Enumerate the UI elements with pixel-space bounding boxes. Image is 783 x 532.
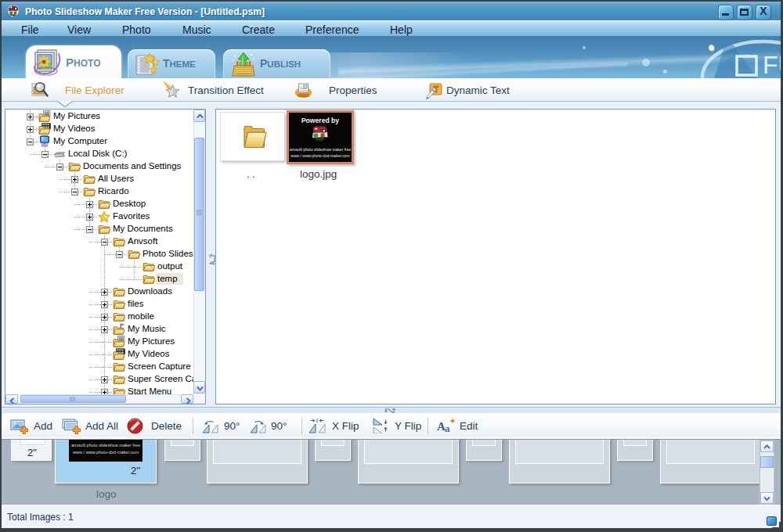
svg-text:anvsoft photo slideshow maker: anvsoft photo slideshow maker free bbox=[290, 147, 352, 152]
svg-text:a: a bbox=[445, 422, 450, 434]
svg-text:anvsoft photo slideshow maker: anvsoft photo slideshow maker free bbox=[71, 443, 140, 448]
svg-text:FU: FU bbox=[763, 51, 781, 78]
svg-text:www / www.photo-dvd-maker.com: www / www.photo-dvd-maker.com bbox=[290, 153, 349, 158]
svg-text:Powered by: Powered by bbox=[301, 117, 339, 124]
svg-text:www / www.photo-dvd-maker.com: www / www.photo-dvd-maker.com bbox=[72, 450, 139, 455]
